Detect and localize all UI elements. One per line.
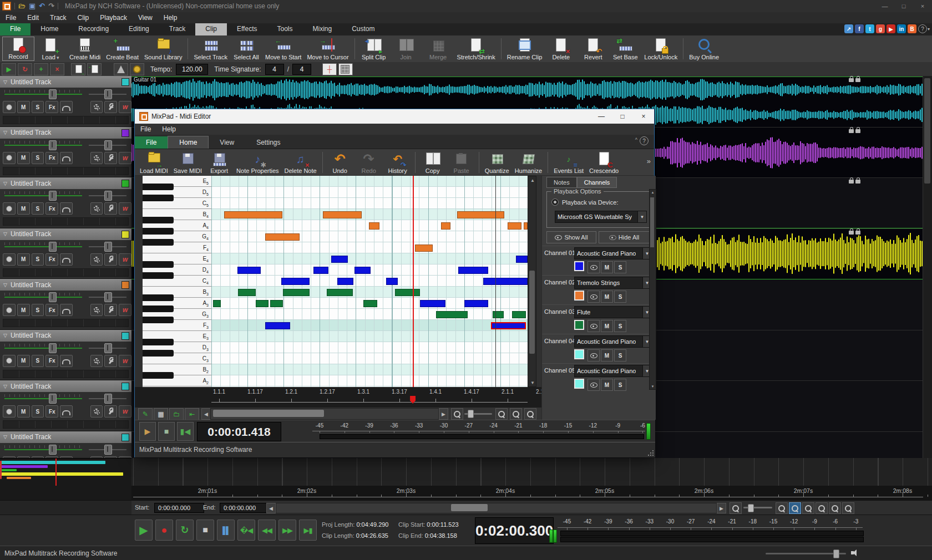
stop-button[interactable]: ■ [196,520,214,541]
instrument-dropdown[interactable]: Acoustic Grand Piano▼ [574,247,652,259]
arm-record-button[interactable] [3,152,16,164]
effects-chain-button[interactable] [104,152,117,164]
track-color-swatch[interactable] [121,281,129,289]
main-time-ruler[interactable]: 2m:01s2m:02s2m:03s2m:04s2m:05s2m:06s2m:0… [0,486,932,500]
redo-icon[interactable]: ↷ [48,2,54,10]
piano-black-key[interactable] [143,195,174,201]
channel-color-swatch[interactable] [574,349,584,359]
piano-black-key[interactable] [143,294,174,301]
midi-menu-item-help[interactable]: Help [156,124,181,134]
lock-icon[interactable] [849,129,854,133]
loop-tool-button[interactable]: ↻ [18,63,32,75]
piano-black-key[interactable] [143,272,174,279]
instrument-dropdown[interactable]: Flute▼ [574,306,652,318]
note-properties-button[interactable]: ♪✱Note Properties [234,150,281,175]
channel-mute-button[interactable]: M [601,261,613,273]
set-base-button[interactable]: ⇄Set Base [609,37,641,61]
crescendo-button[interactable]: CCrescendo [586,150,621,175]
timesig-denominator-field[interactable]: 4 [292,64,311,75]
zoom-project-button[interactable] [816,502,828,514]
midi-note[interactable] [354,267,371,274]
instrument-dropdown[interactable]: Acoustic Grand Piano▼ [574,365,652,377]
stretch-shrink-button[interactable]: ⇄Stretch/Shrink [454,37,498,61]
automation-strip[interactable] [3,370,129,378]
mute-button[interactable]: M [17,101,30,113]
routing-button[interactable] [90,202,103,215]
headphones-button[interactable] [60,304,73,316]
volume-thumb[interactable] [49,292,57,302]
play-button[interactable]: ▶ [135,520,153,541]
metronome-button[interactable] [114,63,128,75]
scroll-up-icon[interactable]: ▲ [650,190,656,195]
midi-note[interactable] [436,311,468,318]
mute-button[interactable]: M [17,202,30,215]
piano-black-key[interactable] [143,184,174,190]
midi-note[interactable] [256,300,269,307]
move-to-start-button[interactable]: ←Move to Start [262,37,304,61]
save-midi-button[interactable]: Save MIDI [171,150,205,175]
menu-item-help[interactable]: Help [158,13,183,23]
track-color-swatch[interactable] [121,332,129,340]
midi-note[interactable] [237,267,261,274]
add-track-button[interactable]: + [34,63,48,75]
headphones-button[interactable] [60,405,73,418]
headphones-button[interactable] [60,101,73,113]
zoom-vertical-button[interactable] [829,502,841,514]
collapse-icon[interactable]: ▽ [3,181,7,186]
collapse-icon[interactable]: ▽ [3,231,7,237]
volume-slider[interactable] [4,449,82,450]
pan-thumb[interactable] [104,292,112,302]
automation-strip[interactable] [3,420,129,429]
midi-note[interactable] [508,222,521,230]
piano-black-key[interactable] [143,306,174,312]
master-volume-thumb[interactable] [833,549,839,558]
arm-record-button[interactable] [3,304,16,316]
track-color-swatch[interactable] [121,383,129,390]
midi-note[interactable] [265,233,300,241]
menu-item-playback[interactable]: Playback [94,13,133,23]
zoom-selection-button[interactable] [789,502,801,514]
buy-online-button[interactable]: Buy Online [686,37,722,61]
instrument-dropdown[interactable]: Acoustic Grand Piano▼ [574,335,652,348]
piano-black-key[interactable] [143,228,174,235]
collapse-icon[interactable]: ▽ [3,282,7,288]
track-color-swatch[interactable] [121,180,129,187]
lock-icon[interactable] [849,231,854,235]
collapse-icon[interactable]: ▽ [3,384,7,389]
effects-chain-button[interactable] [104,304,117,316]
channel-color-swatch[interactable] [574,379,584,389]
midi-note[interactable] [238,289,256,296]
channel-visibility-button[interactable] [587,349,600,362]
start-field[interactable]: 0:00:00.000 [154,503,204,513]
midi-note[interactable] [323,211,362,218]
draw-tool-button[interactable]: ✎ [138,408,153,420]
midi-note[interactable] [491,322,526,329]
minimize-button[interactable]: — [875,0,894,12]
routing-button[interactable] [90,101,103,113]
lock-icon[interactable] [855,78,860,82]
scroll-up-icon[interactable]: ▲ [528,176,537,184]
arm-record-button[interactable] [3,405,16,418]
twitter-icon[interactable]: t [865,24,874,33]
waveform-view-button[interactable]: w [119,304,131,316]
clip-tool-button[interactable]: 🗀 [169,408,184,420]
midi-zoom-full-button[interactable] [524,408,536,420]
waveform-view-button[interactable]: w [119,101,131,113]
volume-slider[interactable] [4,297,82,298]
mute-button[interactable]: M [17,355,30,367]
automation-strip[interactable] [3,217,129,226]
channel-mute-button[interactable]: M [601,379,613,391]
tab-notes[interactable]: Notes [546,177,577,188]
effects-chain-button[interactable] [104,253,117,266]
arm-record-button[interactable] [3,202,16,215]
channels-scrollbar[interactable]: ▲▼ [649,189,656,390]
midi-note[interactable] [458,267,489,274]
zoom-slider-thumb[interactable] [748,504,754,512]
collapse-icon[interactable]: ▽ [3,130,7,135]
snap-grid-button[interactable]: ┼ [322,63,337,75]
pan-thumb[interactable] [104,445,112,455]
volume-thumb[interactable] [49,89,57,99]
tab-mixing[interactable]: Mixing [302,23,342,35]
midi-stop-button[interactable]: ■ [158,422,175,441]
solo-button[interactable]: S [32,304,44,316]
